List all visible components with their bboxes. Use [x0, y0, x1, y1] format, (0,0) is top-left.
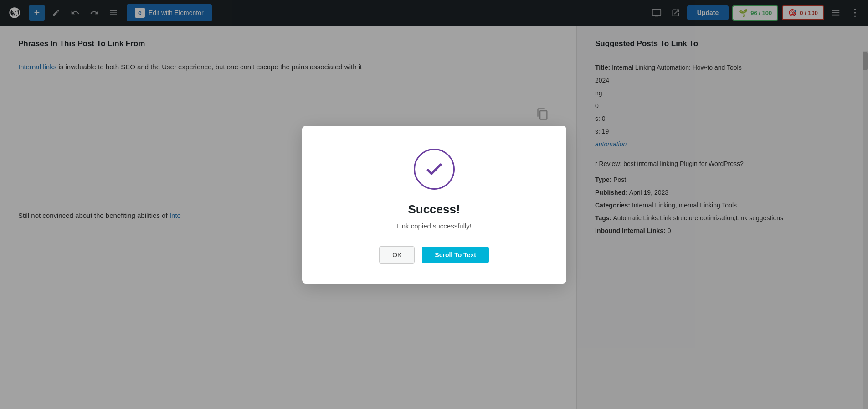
ok-button[interactable]: OK — [379, 246, 415, 264]
modal-subtitle: Link copied successfully! — [396, 222, 472, 230]
modal-overlay: Success! Link copied successfully! OK Sc… — [0, 0, 868, 409]
modal-actions: OK Scroll To Text — [379, 246, 489, 264]
scroll-to-text-button[interactable]: Scroll To Text — [422, 247, 489, 263]
success-icon — [414, 149, 455, 190]
success-modal: Success! Link copied successfully! OK Sc… — [302, 126, 566, 284]
modal-title: Success! — [408, 202, 460, 217]
